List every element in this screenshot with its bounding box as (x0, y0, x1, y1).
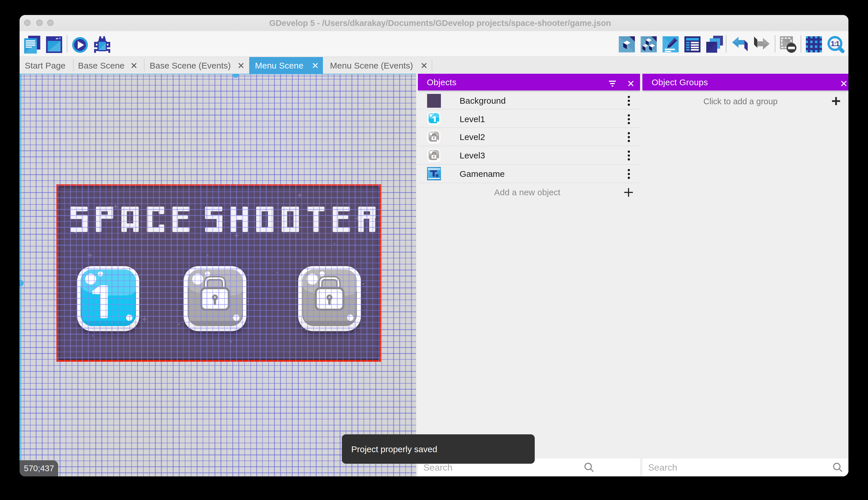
svg-text:1:1: 1:1 (831, 39, 839, 47)
